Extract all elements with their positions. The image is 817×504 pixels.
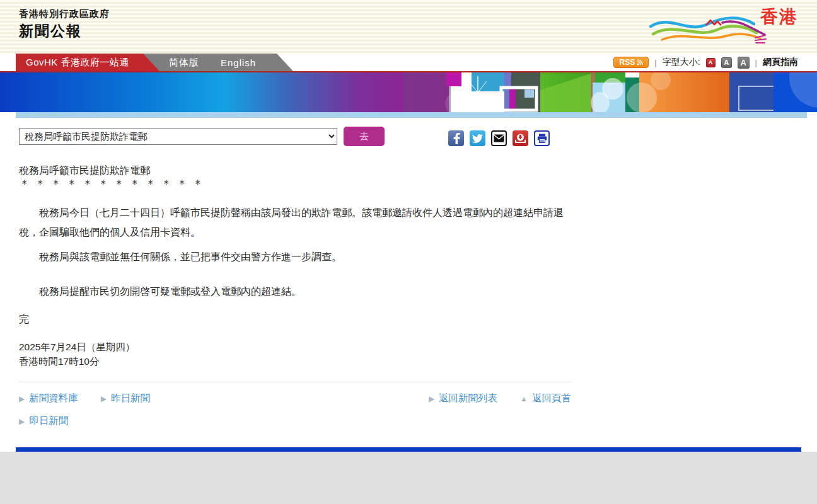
facebook-share-icon[interactable] bbox=[448, 130, 464, 146]
link-yesterday-news[interactable]: ▶ 昨日新聞 bbox=[101, 392, 150, 405]
link-today-news[interactable]: ▶ 即日新聞 bbox=[19, 415, 68, 428]
separator: | bbox=[755, 58, 757, 67]
save-share-icon[interactable] bbox=[513, 130, 528, 146]
email-share-icon[interactable] bbox=[491, 130, 507, 146]
link-label: 昨日新聞 bbox=[111, 392, 150, 405]
link-news-archive[interactable]: ▶ 新聞資料庫 bbox=[19, 392, 78, 405]
footer-links-row-1: ▶ 新聞資料庫 ▶ 昨日新聞 ▶ 返回新聞列表 ▲ 返回頁首 bbox=[19, 392, 571, 405]
article-datetime: 2025年7月24日（星期四） 香港時間17時10分 bbox=[19, 340, 135, 369]
brand-ribbon-icon bbox=[648, 13, 771, 45]
tab-govhk-label: GovHK 香港政府一站通 bbox=[26, 57, 129, 69]
rss-button[interactable]: RSS bbox=[613, 57, 649, 68]
separator: | bbox=[654, 58, 656, 67]
lightblue-divider bbox=[16, 112, 807, 118]
facebook-f-glyph bbox=[453, 133, 460, 144]
twitter-bird-glyph bbox=[472, 134, 483, 143]
link-label: 返回頁首 bbox=[532, 392, 571, 405]
page-footer: 無障礙網頁 Web For All W3C WAI-AA WCAG 2.0 bbox=[0, 452, 817, 504]
article-title: 稅務局呼籲市民提防欺詐電郵 bbox=[19, 164, 150, 178]
article-paragraph: 稅務局今日（七月二十四日）呼籲市民提防聲稱由該局發出的欺詐電郵。該電郵邀請收件人… bbox=[19, 203, 572, 242]
banner-image bbox=[0, 72, 817, 112]
news-select-dropdown[interactable]: 稅務局呼籲市民提防欺詐電郵 bbox=[19, 128, 337, 145]
footer-links-row-2: ▶ 即日新聞 bbox=[19, 415, 571, 428]
brand-hongkong-label: 香港 bbox=[760, 5, 798, 29]
footer-links-right: ▶ 返回新聞列表 ▲ 返回頁首 bbox=[429, 392, 571, 405]
printer-glyph bbox=[537, 134, 547, 143]
government-title: 香港特別行政區政府 bbox=[19, 8, 110, 20]
font-size-medium-button[interactable]: A bbox=[721, 57, 732, 68]
save-arrow-glyph bbox=[515, 134, 526, 144]
article-separator: ＊＊＊＊＊＊＊＊＊＊＊＊ bbox=[19, 176, 208, 192]
article-paragraph: 稅務局與該電郵並無任何關係，並已把事件交由警方作進一步調查。 bbox=[19, 247, 572, 266]
share-toolbar bbox=[448, 130, 550, 146]
go-button[interactable]: 去 bbox=[344, 127, 385, 146]
arrow-right-icon: ▶ bbox=[19, 394, 25, 403]
link-back-to-top[interactable]: ▲ 返回頁首 bbox=[520, 392, 571, 405]
link-label: 返回新聞列表 bbox=[439, 392, 497, 405]
font-size-large-button[interactable]: A bbox=[738, 57, 750, 69]
article-paragraph: 稅務局提醒市民切勿開啓可疑電郵或登入電郵內的超連結。 bbox=[19, 282, 572, 301]
font-size-label: 字型大小: bbox=[663, 57, 700, 68]
horizontal-divider bbox=[19, 382, 571, 382]
banner-graphic bbox=[0, 72, 817, 112]
blue-footer-bar bbox=[16, 447, 801, 452]
arrow-right-icon: ▶ bbox=[101, 394, 107, 403]
footer-links-left: ▶ 新聞資料庫 ▶ 昨日新聞 bbox=[19, 392, 150, 405]
rss-feed-icon bbox=[637, 59, 643, 66]
news-gov-hk-page: 香港特別行政區政府 新聞公報 香港 GovHK 香港政府一站通 简体版 Engl… bbox=[0, 0, 817, 504]
tab-english[interactable]: English bbox=[221, 54, 256, 71]
font-size-small-button[interactable]: A bbox=[706, 58, 716, 67]
tab-govhk[interactable]: GovHK 香港政府一站通 bbox=[16, 54, 159, 71]
site-header: 香港特別行政區政府 新聞公報 香港 bbox=[0, 0, 817, 54]
article-end-mark: 完 bbox=[19, 313, 29, 326]
link-label: 即日新聞 bbox=[29, 415, 68, 428]
print-share-icon[interactable] bbox=[534, 130, 550, 146]
rss-label: RSS bbox=[619, 58, 635, 67]
brand-hongkong-logo: 香港 bbox=[648, 4, 799, 49]
footer-links-left: ▶ 即日新聞 bbox=[19, 415, 68, 428]
twitter-share-icon[interactable] bbox=[470, 130, 485, 146]
site-guide-link[interactable]: 網頁指南 bbox=[763, 57, 798, 68]
link-back-to-list[interactable]: ▶ 返回新聞列表 bbox=[429, 392, 497, 405]
envelope-glyph bbox=[494, 134, 504, 142]
page-title: 新聞公報 bbox=[19, 21, 82, 41]
arrow-right-icon: ▶ bbox=[19, 417, 25, 426]
utility-bar: RSS | 字型大小: A A A | 網頁指南 bbox=[613, 54, 798, 71]
link-label: 新聞資料庫 bbox=[29, 392, 78, 405]
arrow-up-icon: ▲ bbox=[520, 394, 528, 403]
article-time: 香港時間17時10分 bbox=[19, 354, 135, 369]
tab-simplified-chinese[interactable]: 简体版 bbox=[169, 54, 199, 71]
arrow-right-icon: ▶ bbox=[429, 394, 434, 403]
article-date: 2025年7月24日（星期四） bbox=[19, 340, 135, 354]
